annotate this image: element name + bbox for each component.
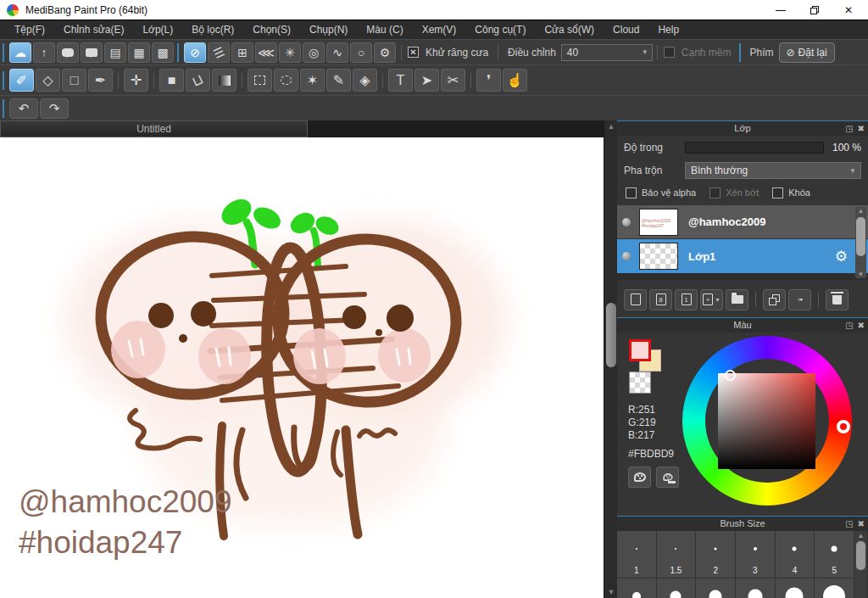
brush-size-option[interactable] bbox=[696, 578, 735, 598]
add-layer-menu-button[interactable]: +▼ bbox=[700, 289, 723, 310]
brush-size-option[interactable] bbox=[776, 578, 815, 598]
text-tool-button[interactable]: T bbox=[388, 69, 413, 92]
protect-alpha-checkbox[interactable] bbox=[626, 187, 637, 198]
sv-handle[interactable] bbox=[725, 370, 736, 381]
brush-size-option[interactable]: 1.5 bbox=[657, 531, 696, 578]
scroll-down-arrow[interactable]: ▼ bbox=[855, 271, 866, 278]
lock-checkbox[interactable] bbox=[772, 187, 783, 198]
palette-button[interactable] bbox=[628, 467, 651, 488]
snap-settings-button[interactable]: ⚙ bbox=[374, 42, 396, 63]
snap-cross-button[interactable]: ⊞ bbox=[231, 42, 253, 63]
menu-window[interactable]: Cửa sổ(W) bbox=[535, 20, 604, 39]
menu-tools[interactable]: Công cụ(T) bbox=[465, 20, 535, 39]
menu-color[interactable]: Màu (C) bbox=[357, 20, 412, 39]
snap-ellipse-button[interactable]: ○ bbox=[350, 42, 372, 63]
scrollbar-thumb[interactable] bbox=[606, 303, 616, 367]
magic-wand-tool-button[interactable]: ✶ bbox=[300, 69, 325, 92]
new-1bit-layer-button[interactable]: 1 bbox=[675, 289, 698, 310]
layer-row[interactable]: @hamhoc2009#hoidap247 @hamhoc2009 bbox=[617, 205, 868, 239]
gradient-tool-button[interactable] bbox=[212, 69, 236, 92]
menu-cloud[interactable]: Cloud bbox=[604, 20, 648, 39]
snap-parallel-button[interactable]: ☰ bbox=[208, 42, 230, 63]
brush-size-option[interactable] bbox=[736, 578, 775, 598]
select-tool-button[interactable] bbox=[248, 69, 272, 92]
layer-settings-gear-icon[interactable]: ⚙ bbox=[835, 248, 848, 265]
brush-size-option[interactable] bbox=[657, 578, 696, 598]
divide-tool-button[interactable]: ✂ bbox=[441, 69, 465, 92]
dot-pen-tool-button[interactable]: ✒ bbox=[88, 69, 113, 92]
move-tool-button[interactable]: ✛ bbox=[124, 69, 148, 92]
upload-button[interactable]: ↑ bbox=[33, 42, 55, 63]
scroll-up-arrow[interactable]: ▲ bbox=[855, 207, 866, 215]
clipping-checkbox[interactable] bbox=[709, 187, 721, 198]
restore-button[interactable] bbox=[810, 6, 819, 14]
snap-concentric-button[interactable]: ◎ bbox=[303, 42, 325, 63]
menu-filter[interactable]: Bộ lọc(R) bbox=[182, 20, 243, 39]
layer-visibility-toggle[interactable] bbox=[622, 218, 631, 226]
snap-off-button[interactable]: ⊘ bbox=[184, 42, 206, 63]
canvas[interactable]: @hamhoc2009 #hoidap247 bbox=[0, 137, 604, 598]
delete-layer-button[interactable] bbox=[826, 289, 849, 310]
merge-layer-button[interactable]: ▫▪ bbox=[788, 289, 811, 310]
document-button[interactable]: ▤ bbox=[104, 42, 126, 63]
layer-list-scrollbar[interactable]: ▲ ▼ bbox=[855, 207, 866, 278]
select-pen-tool-button[interactable]: ✎ bbox=[326, 69, 351, 92]
hand-tool-button[interactable]: ☝ bbox=[503, 69, 527, 92]
menu-edit[interactable]: Chỉnh sửa(E) bbox=[54, 20, 133, 39]
brush-size-option[interactable]: 3 bbox=[736, 531, 775, 578]
saturation-value-square[interactable] bbox=[718, 373, 815, 469]
undo-button[interactable]: ↶ bbox=[9, 98, 38, 119]
select-eraser-tool-button[interactable]: ◈ bbox=[353, 69, 377, 92]
panel-close-icon[interactable]: ✖ bbox=[858, 121, 865, 136]
scrollbar-thumb[interactable] bbox=[856, 541, 865, 570]
hue-handle[interactable] bbox=[837, 420, 850, 433]
document-tab[interactable]: Untitled bbox=[0, 120, 308, 137]
eraser-tool-button[interactable]: ◇ bbox=[36, 69, 60, 92]
brush-size-option[interactable] bbox=[617, 578, 656, 598]
reset-button[interactable]: ⊘ Đặt lại bbox=[779, 42, 835, 63]
brush-panel-scrollbar[interactable]: ▲ bbox=[854, 531, 867, 598]
popout-icon[interactable]: ◳ bbox=[845, 121, 853, 136]
popout-icon[interactable]: ◳ bbox=[845, 517, 853, 531]
comic-guide-button[interactable]: ▩ bbox=[152, 42, 174, 63]
panel-close-icon[interactable]: ✖ bbox=[858, 517, 865, 531]
brush-tool-button[interactable]: ✐ bbox=[9, 69, 34, 92]
snap-curve-button[interactable]: ∿ bbox=[326, 42, 348, 63]
brush-size-option[interactable] bbox=[815, 578, 854, 598]
fill-tool-button[interactable]: ■ bbox=[159, 69, 184, 92]
new-layer-button[interactable] bbox=[624, 289, 647, 310]
operation-tool-button[interactable]: ➤ bbox=[415, 69, 439, 92]
transparent-color-swatch[interactable] bbox=[629, 372, 651, 394]
eyedropper-tool-button[interactable]: ❜ bbox=[476, 69, 501, 92]
lasso-tool-button[interactable] bbox=[274, 69, 298, 92]
message-button[interactable] bbox=[81, 42, 103, 63]
blend-dropdown[interactable]: Bình thường ▼ bbox=[685, 162, 861, 179]
comment-button[interactable] bbox=[57, 42, 79, 63]
scroll-up-arrow[interactable]: ▲ bbox=[854, 532, 867, 539]
canvas-vertical-scrollbar[interactable]: ▲ ▼ bbox=[604, 120, 617, 598]
panel-close-icon[interactable]: ✖ bbox=[858, 318, 865, 333]
brush-size-option[interactable]: 1 bbox=[617, 531, 656, 578]
snap-vanishing-button[interactable]: ⋘ bbox=[255, 42, 277, 63]
antialias-checkbox[interactable]: ✕ bbox=[408, 47, 419, 58]
menu-snap[interactable]: Chụp(N) bbox=[300, 20, 357, 39]
close-button[interactable]: ✕ bbox=[843, 4, 854, 16]
scrollbar-thumb[interactable] bbox=[856, 217, 865, 256]
adjust-dropdown[interactable]: 40 ▼ bbox=[561, 44, 653, 61]
scroll-up-arrow[interactable]: ▲ bbox=[604, 122, 618, 131]
layer-row-selected[interactable]: Lớp1 ⚙ bbox=[617, 239, 868, 273]
material-panel-button[interactable]: ▦ bbox=[128, 42, 150, 63]
menu-view[interactable]: Xem(V) bbox=[413, 20, 466, 39]
new-8bit-layer-button[interactable]: 8 bbox=[649, 289, 672, 310]
brush-size-option[interactable]: 2 bbox=[696, 531, 735, 578]
foreground-color-swatch[interactable] bbox=[629, 339, 651, 361]
brush-size-option[interactable]: 4 bbox=[776, 531, 815, 578]
menu-file[interactable]: Tệp(F) bbox=[5, 20, 54, 39]
palette-edit-button[interactable] bbox=[656, 467, 679, 488]
redo-button[interactable]: ↷ bbox=[40, 98, 69, 119]
cloud-save-button[interactable]: ☁ bbox=[9, 42, 31, 63]
brush-size-option[interactable]: 5 bbox=[815, 531, 854, 578]
menu-select[interactable]: Chọn(S) bbox=[243, 20, 300, 39]
menu-help[interactable]: Help bbox=[648, 20, 688, 39]
opacity-slider[interactable] bbox=[685, 142, 824, 154]
